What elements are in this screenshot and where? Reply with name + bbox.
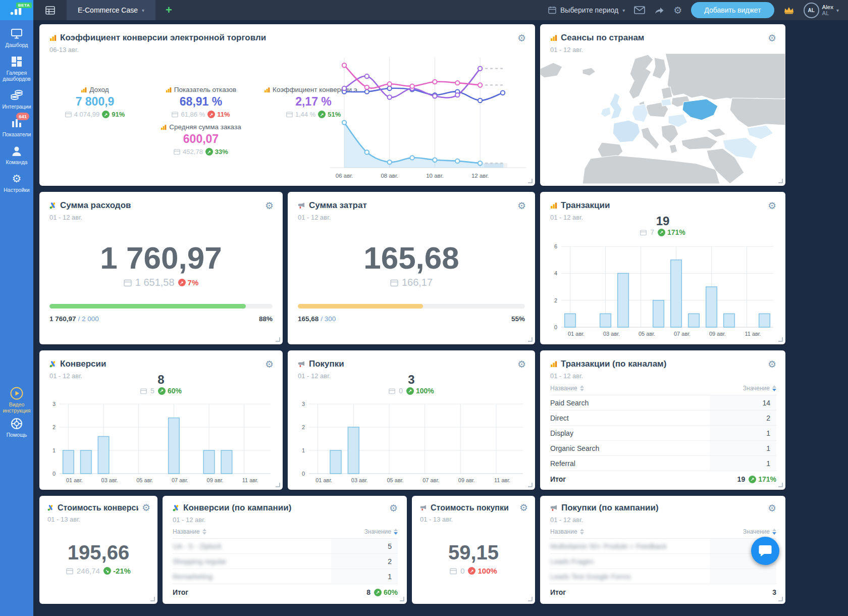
sort-icon[interactable] [772,529,776,535]
chat-launcher-button[interactable] [751,537,779,565]
widget-settings-gear-icon[interactable]: ⚙ [768,33,776,43]
widget-settings-gear-icon[interactable]: ⚙ [517,33,526,43]
widget-settings-gear-icon[interactable]: ⚙ [142,503,150,512]
user-name: Alex AL [822,4,833,16]
resize-handle[interactable] [276,483,280,487]
sort-icon[interactable] [772,385,776,391]
settings-button[interactable]: ⚙ [673,5,682,16]
top-bar: BETA E-Commerce Case ▾ + Выберите период… [0,0,848,20]
choropleth-map-europe[interactable] [540,49,785,184]
resize-handle[interactable] [150,597,155,601]
sort-icon[interactable] [202,529,206,535]
calendar-icon [389,388,395,394]
board-list-button[interactable] [33,0,67,20]
sidebar-item-help[interactable]: Помощь [0,418,33,438]
widget-settings-gear-icon[interactable]: ⚙ [519,503,528,512]
widget-spend-total[interactable]: Сумма расходов ⚙ 01 - 12 авг. 1 760,97 1… [39,192,283,344]
widget-cost-total[interactable]: Сумма затрат ⚙ 01 - 12 авг. 165,68 166,1… [288,192,535,344]
sort-icon[interactable] [580,385,584,391]
resize-handle[interactable] [528,597,533,601]
kpi-delta: ↗33% [205,148,228,156]
svg-text:12 авг.: 12 авг. [471,173,489,179]
table-row[interactable]: Remarketing1 [173,569,398,584]
share-button[interactable] [654,6,664,15]
sidebar-item-metrics[interactable]: 641 Показатели [0,117,33,137]
sidebar-item-video-tutorial[interactable]: Видео инструкция [0,387,33,414]
widget-purchase-cost[interactable]: Стоимость покупки ⚙ 01 - 13 авг. 59,15 0… [412,496,535,604]
widget-conversions-by-campaign[interactable]: Конверсии (по кампании) ⚙ 01 - 12 авг. Н… [163,496,407,604]
dashboard-tab[interactable]: E-Commerce Case ▾ [67,0,155,20]
resize-handle[interactable] [276,337,280,342]
bar-chart-transactions: 01 авг.03 авг.05 авг.07 авг.09 авг.11 ав… [547,242,778,338]
widget-settings-gear-icon[interactable]: ⚙ [389,503,398,513]
table-row[interactable]: Display1 [550,426,776,441]
column-name[interactable]: Название [173,528,200,535]
widget-settings-gear-icon[interactable]: ⚙ [265,201,274,211]
resize-handle[interactable] [528,483,533,487]
row-value: 14 [710,395,776,410]
widget-sessions-by-country[interactable]: Сеансы по странам ⚙ 01 - 12 авг. [540,24,785,186]
resize-handle[interactable] [778,597,783,601]
table-row[interactable]: Referral1 [550,456,776,471]
app-logo[interactable]: BETA [0,0,33,20]
widget-title: Стоимость покупки [431,503,509,512]
svg-text:01 авг.: 01 авг. [66,477,83,483]
analytics-icon [161,124,167,130]
resize-handle[interactable] [778,337,783,342]
crown-icon[interactable] [783,6,794,14]
widget-conversions[interactable]: Конверсии ⚙ 01 - 12 авг. 8 5 ↗60% 01 авг… [39,350,283,490]
user-menu[interactable]: AL Alex AL ▾ [804,3,839,18]
mail-button[interactable] [634,6,645,14]
widget-transactions-by-channel[interactable]: Транзакции (по каналам) ⚙ 01 - 12 авг. Н… [540,350,785,490]
widget-ecommerce-conversion-rate[interactable]: Коэффициент конверсии электронной торгов… [39,24,535,186]
widget-settings-gear-icon[interactable]: ⚙ [265,360,274,369]
column-name[interactable]: Название [550,528,577,535]
sort-icon[interactable] [580,529,584,535]
sidebar-item-team[interactable]: Команда [0,145,33,165]
column-name[interactable]: Название [550,385,577,392]
widget-settings-gear-icon[interactable]: ⚙ [768,201,776,211]
sort-icon[interactable] [394,529,398,535]
widget-settings-gear-icon[interactable]: ⚙ [768,360,776,369]
widget-settings-gear-icon[interactable]: ⚙ [517,201,526,211]
widget-transactions[interactable]: Транзакции ⚙ 01 - 12 авг. 19 7 ↗171% 01 … [540,192,785,344]
sidebar-item-dashboard[interactable]: Дашборд [0,28,33,48]
sidebar-item-settings[interactable]: ⚙ Настройки [0,173,33,193]
row-name: Referral [550,456,575,471]
resize-handle[interactable] [400,597,404,601]
widget-purchases-by-campaign[interactable]: Покупки (по кампании) ⚙ 01 - 12 авг. Наз… [540,496,785,604]
table-row[interactable]: Leads Fragen [550,554,776,569]
sidebar-item-dashboard-gallery[interactable]: Галерея дашбордов [0,56,33,82]
table-row[interactable]: Direct2 [550,410,776,426]
resize-handle[interactable] [778,179,783,183]
table-row[interactable]: UA - S - Ziplock5 [173,539,398,554]
svg-text:10 авг.: 10 авг. [426,173,443,179]
table-row[interactable]: Organic Search1 [550,441,776,456]
period-selector[interactable]: Выберите период ▾ [548,6,625,14]
column-value[interactable]: Значение [743,528,770,535]
calendar-icon [390,279,398,287]
metric-previous: 0 ↗100% [412,567,535,575]
table-row[interactable]: Paid Search14 [550,395,776,410]
table-row[interactable]: Multivitamin 50+ Produkt + Feedback3 [550,539,776,554]
table-row[interactable]: Shopping regular2 [173,554,398,569]
resize-handle[interactable] [528,337,533,342]
add-widget-button[interactable]: Добавить виджет [691,2,774,18]
resize-handle[interactable] [528,179,533,183]
widget-purchases[interactable]: Покупки ⚙ 01 - 12 авг. 3 0 ↗100% 01 авг.… [288,350,535,490]
sidebar-item-integrations[interactable]: Интеграции [0,89,33,110]
widget-conversion-cost[interactable]: Стоимость конверсии ⚙ 01 - 13 авг. 195,6… [39,496,157,604]
table-total-row: Итог 19 ↗171% [550,471,776,487]
column-value[interactable]: Значение [743,385,770,392]
analytics-icon [550,34,557,41]
widget-settings-gear-icon[interactable]: ⚙ [768,503,776,513]
table-row[interactable]: Leads Test Google Forms [550,569,776,584]
resize-handle[interactable] [778,483,783,487]
cost-progress-labels: 165,68/ 300 55% [298,315,525,323]
column-value[interactable]: Значение [364,528,391,535]
metric-value: 8 [39,373,283,387]
metrics-count-badge: 641 [16,113,29,120]
widget-settings-gear-icon[interactable]: ⚙ [517,360,526,369]
svg-text:05 авг.: 05 авг. [639,331,655,337]
add-dashboard-button[interactable]: + [155,0,182,20]
